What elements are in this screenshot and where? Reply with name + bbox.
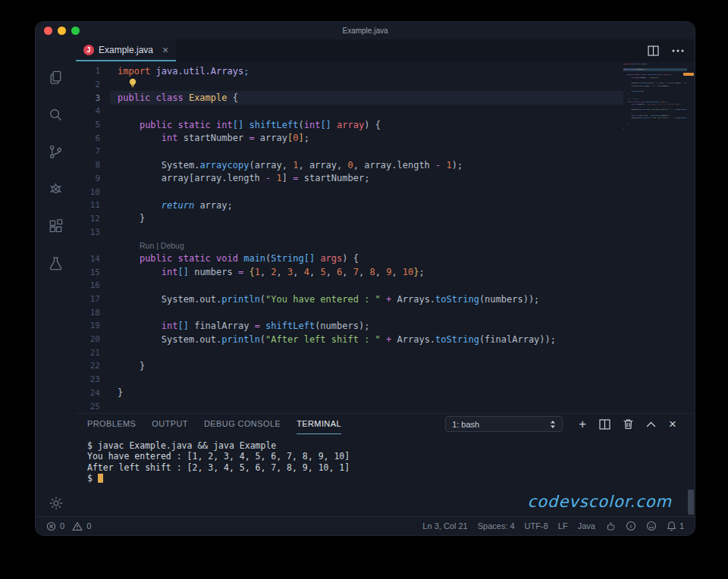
code-line[interactable]: 16 (76, 279, 695, 293)
line-number[interactable]: 5 (76, 120, 110, 130)
line-number[interactable]: 16 (76, 280, 110, 290)
minimap[interactable]: import java.util.Arrays;public class Exa… (623, 63, 687, 146)
terminal-cursor (98, 474, 103, 483)
code-line[interactable]: 12 } (76, 212, 695, 226)
line-number[interactable]: 25 (76, 402, 110, 412)
java-file-icon: J (83, 45, 94, 55)
line-number[interactable]: 23 (76, 374, 110, 384)
status-item-2[interactable]: UTF-8 (525, 521, 548, 530)
line-number[interactable]: 8 (76, 160, 110, 170)
feedback-smiley-icon[interactable] (646, 521, 657, 531)
search-icon[interactable] (36, 96, 76, 133)
codelens-run-debug[interactable]: Run | Debug (110, 241, 184, 250)
status-item-4[interactable]: Java (578, 521, 595, 530)
code-line[interactable]: 3public class Example { (76, 91, 695, 105)
code-line[interactable]: 23 (76, 373, 695, 387)
watermark-text: codevscolor.com (528, 493, 672, 511)
code-line[interactable]: 15 int[] numbers = {1, 2, 3, 4, 5, 6, 7,… (76, 265, 695, 279)
line-number[interactable]: 24 (76, 388, 110, 398)
status-item-1[interactable]: Spaces: 4 (478, 521, 515, 530)
new-terminal-button[interactable]: + (579, 418, 586, 430)
titlebar[interactable]: Example.java (36, 22, 695, 39)
terminal-output[interactable]: $ javac Example.java && java ExampleYou … (87, 440, 679, 484)
line-number[interactable]: 20 (76, 334, 110, 344)
code-line[interactable]: 14 public static void main(String[] args… (76, 252, 695, 266)
settings-gear-icon[interactable] (36, 495, 76, 512)
panel-tab-output[interactable]: OUTPUT (152, 414, 188, 434)
code-line[interactable]: 25 (76, 399, 695, 413)
panel-header: PROBLEMSOUTPUTDEBUG CONSOLETERMINAL 1: b… (76, 414, 695, 434)
split-editor-icon[interactable] (648, 45, 659, 56)
line-number[interactable]: 1 (76, 66, 110, 76)
code-line[interactable]: 13 (76, 225, 695, 239)
info-circle-icon[interactable] (626, 521, 636, 531)
source-control-icon[interactable] (36, 133, 76, 171)
line-number[interactable]: 17 (76, 294, 110, 304)
notifications-bell[interactable]: 1 (667, 521, 684, 531)
panel-scrollbar[interactable] (688, 490, 694, 515)
panel-tab-problems[interactable]: PROBLEMS (87, 414, 136, 434)
line-number[interactable]: 18 (76, 308, 110, 318)
code-line[interactable]: 5 public static int[] shiftLeft(int[] ar… (76, 118, 695, 132)
line-number[interactable]: 4 (76, 106, 110, 116)
code-line[interactable]: 10 (76, 185, 695, 199)
code-line[interactable]: 24} (76, 387, 695, 400)
terminal-shell-select[interactable]: 1: bash (445, 416, 563, 432)
code-line[interactable]: 20 System.out.println("After left shift … (76, 333, 695, 346)
split-terminal-icon[interactable] (599, 419, 610, 430)
kill-terminal-trash-icon[interactable] (623, 418, 633, 430)
problems-status[interactable]: 0 0 (46, 521, 91, 531)
code-line[interactable]: 8 System.arraycopy(array, 1, array, 0, a… (76, 158, 695, 172)
error-count: 0 (60, 521, 64, 530)
window-title: Example.java (36, 22, 695, 39)
editor[interactable]: 1import java.util.Arrays;23public class … (76, 61, 695, 413)
terminal-line: You have entered : [1, 2, 3, 4, 5, 6, 7,… (87, 451, 679, 462)
status-item-3[interactable]: LF (558, 521, 568, 530)
maximize-panel-chevron-icon[interactable] (646, 421, 656, 427)
line-number[interactable]: 13 (76, 227, 110, 237)
code-line[interactable]: 21 (76, 346, 695, 359)
quick-fix-lightbulb-icon[interactable] (128, 78, 137, 89)
code-line[interactable]: 2 (76, 78, 695, 92)
line-number[interactable]: 12 (76, 214, 110, 224)
code-line[interactable]: 17 System.out.println("You have entered … (76, 293, 695, 306)
close-panel-icon[interactable]: × (669, 418, 676, 430)
panel-tab-debug-console[interactable]: DEBUG CONSOLE (204, 414, 281, 434)
explorer-icon[interactable] (36, 59, 76, 96)
line-number[interactable]: 9 (76, 174, 110, 183)
line-number[interactable]: 3 (76, 93, 110, 103)
code-line[interactable]: 4 (76, 105, 695, 118)
thumbs-up-icon[interactable] (605, 521, 616, 531)
shell-select-value: 1: bash (452, 420, 479, 429)
code-line[interactable]: 18 (76, 305, 695, 319)
test-beaker-icon[interactable] (36, 245, 76, 282)
line-number[interactable]: 11 (76, 200, 110, 210)
code-line[interactable]: 9 array[array.length - 1] = startNumber; (76, 172, 695, 186)
line-number[interactable]: 21 (76, 348, 110, 358)
error-circle-icon (46, 521, 56, 531)
tab-close-icon[interactable]: × (162, 45, 168, 55)
panel-tab-terminal[interactable]: TERMINAL (297, 414, 341, 434)
status-item-0[interactable]: Ln 3, Col 21 (422, 521, 467, 530)
code-line[interactable]: 7 (76, 145, 695, 158)
line-number[interactable]: 10 (76, 187, 110, 197)
line-number[interactable]: 15 (76, 268, 110, 277)
line-number[interactable]: 2 (76, 80, 110, 89)
terminal-line: $ (87, 473, 679, 484)
code-line[interactable]: 22 } (76, 359, 695, 373)
code-line[interactable]: 19 int[] finalArray = shiftLeft(numbers)… (76, 319, 695, 333)
extensions-icon[interactable] (36, 208, 76, 245)
code-line[interactable]: 1import java.util.Arrays; (76, 64, 695, 78)
warning-count: 0 (86, 521, 91, 530)
line-number[interactable]: 22 (76, 361, 110, 371)
codelens-row: Run | Debug (76, 239, 695, 252)
line-number[interactable]: 6 (76, 133, 110, 143)
tab-example-java[interactable]: J Example.java × (76, 39, 176, 61)
line-number[interactable]: 19 (76, 321, 110, 330)
line-number[interactable]: 14 (76, 254, 110, 264)
line-number[interactable]: 7 (76, 146, 110, 156)
more-actions-icon[interactable] (672, 49, 684, 52)
code-line[interactable]: 6 int startNumber = array[0]; (76, 131, 695, 145)
debug-icon[interactable] (36, 171, 76, 208)
code-line[interactable]: 11 return array; (76, 199, 695, 212)
